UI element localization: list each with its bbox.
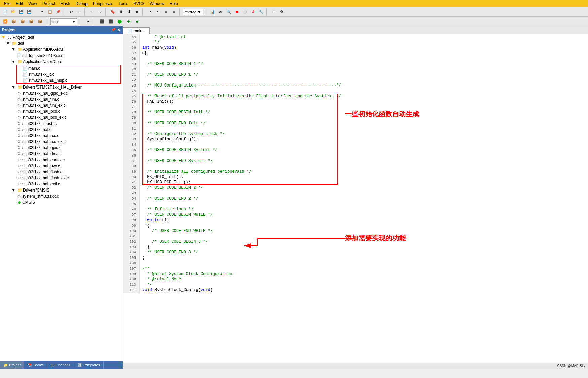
tree-cmsis-label: CMSIS bbox=[22, 200, 35, 205]
editor-tab-mainc[interactable]: 📄 main.c bbox=[123, 27, 150, 34]
code-line-100: /* USER CODE END WHILE */ bbox=[142, 228, 585, 234]
uncomment-button[interactable]: // bbox=[170, 8, 178, 16]
code-line-101 bbox=[142, 234, 585, 239]
redo-button[interactable]: ↪ bbox=[75, 8, 83, 16]
tb2-btn4[interactable]: 📦 bbox=[28, 18, 35, 25]
tab-functions[interactable]: {} Functions bbox=[47, 361, 74, 369]
menu-tools[interactable]: Tools bbox=[116, 1, 131, 7]
tab-books[interactable]: 📚 Books bbox=[24, 361, 47, 369]
tree-cmsis[interactable]: ◆ CMSIS bbox=[0, 199, 123, 205]
tree-rcc-ex[interactable]: ⚙ stm32f1xx_hal_rcc_ex.c bbox=[0, 139, 123, 145]
menu-help[interactable]: Help bbox=[167, 1, 181, 7]
target-dropdown[interactable]: test ▼ bbox=[50, 18, 77, 25]
menu-edit[interactable]: Edit bbox=[13, 1, 26, 7]
tree-startup[interactable]: 📄 startup_stm32f103xe.s bbox=[0, 53, 123, 59]
menu-view[interactable]: View bbox=[26, 1, 40, 7]
tree-usb[interactable]: ⚙ stm32f1xx_ll_usb.c bbox=[0, 121, 123, 127]
tb2-magic-btn[interactable]: ✦ bbox=[84, 18, 92, 25]
new-button[interactable]: 📄 bbox=[1, 8, 9, 16]
tree-mdk-arm[interactable]: ▼ 📁 Application/MDK-ARM bbox=[0, 46, 123, 53]
copy-button[interactable]: 📋 bbox=[46, 8, 54, 16]
tree-cmsis-folder[interactable]: ▼ 📁 Drivers/CMSIS bbox=[0, 187, 123, 193]
tree-pwr[interactable]: ⚙ stm32f1xx_hal_pwr.c bbox=[0, 163, 123, 169]
tree-system[interactable]: ⚙ system_stm32f1xx.c bbox=[0, 193, 123, 199]
watch-button[interactable]: 👁 bbox=[217, 8, 224, 16]
tree-cortex[interactable]: ⚙ stm32f1xx_hal_cortex.c bbox=[0, 157, 123, 163]
tab-templates[interactable]: 🔢 Templates bbox=[74, 361, 104, 369]
indent-button[interactable]: ⇥ bbox=[146, 8, 153, 16]
tree-test[interactable]: ▼ 📁 test bbox=[0, 40, 123, 46]
tb2-btn1[interactable]: 🔼 bbox=[1, 18, 9, 25]
tree-hal[interactable]: ⚙ stm32f1xx_hal.c bbox=[0, 127, 123, 133]
tree-tim-ex[interactable]: ⚙ stm32f1xx_hal_tim_ex.c bbox=[0, 102, 123, 108]
next-bookmark-button[interactable]: ⬇ bbox=[125, 8, 133, 16]
tb2-green2[interactable]: ⬛ bbox=[107, 18, 114, 25]
tree-root[interactable]: ▼ 🗂 Project: test bbox=[0, 34, 123, 40]
menu-window[interactable]: Window bbox=[147, 1, 167, 7]
tab-file-icon: 📄 bbox=[127, 29, 132, 33]
tree-pcd-ex[interactable]: ⚙ stm32f1xx_hal_pcd_ex.c bbox=[0, 114, 123, 121]
tree-it[interactable]: 📄 stm32f1xx_it.c bbox=[17, 71, 120, 77]
tb2-btn2[interactable]: 📦 bbox=[10, 18, 18, 25]
tb2-btn5[interactable]: 📦 bbox=[36, 18, 44, 25]
tab-project[interactable]: 📁 Project bbox=[0, 361, 24, 369]
tree-hal-driver[interactable]: ▼ 📁 Drivers/STM32F1xx_HAL_Driver bbox=[0, 84, 123, 90]
project-panel: Project 📌 ✕ ▼ 🗂 Project: test ▼ 📁 test ▼ bbox=[0, 26, 123, 369]
menu-flash[interactable]: Flash bbox=[58, 1, 73, 7]
menu-debug[interactable]: Debug bbox=[73, 1, 90, 7]
tree-pcd[interactable]: ⚙ stm32f1xx_hal_pcd.c bbox=[0, 108, 123, 114]
cmsis-diamond-icon: ◆ bbox=[16, 200, 22, 205]
settings-button[interactable]: ⚙ bbox=[278, 8, 285, 16]
tree-dma[interactable]: ⚙ stm32f1xx_hal_dma.c bbox=[0, 151, 123, 157]
tb2-green3[interactable]: ⬤ bbox=[116, 18, 123, 25]
save-all-button[interactable]: 💾 bbox=[26, 8, 33, 16]
stop-button[interactable]: ⏹ bbox=[233, 8, 240, 16]
undo-button[interactable]: ↩ bbox=[67, 8, 75, 16]
tb2-green1[interactable]: ⬛ bbox=[98, 18, 106, 25]
tree-flash[interactable]: ⚙ stm32f1xx_hal_flash.c bbox=[0, 169, 123, 175]
unindent-button[interactable]: ⇤ bbox=[154, 8, 162, 16]
paste-button[interactable]: 📌 bbox=[55, 8, 62, 16]
cut-button[interactable]: ✂ bbox=[38, 8, 46, 16]
close-panel-icon[interactable]: ✕ bbox=[117, 28, 120, 32]
menu-peripherals[interactable]: Peripherals bbox=[90, 1, 116, 7]
tool-button[interactable]: 🔧 bbox=[257, 8, 265, 16]
tree-system-label: system_stm32f1xx.c bbox=[22, 194, 59, 199]
tree-msp[interactable]: 📄 stm32f1xx_hal_msp.c bbox=[17, 77, 120, 83]
tb2-green4[interactable]: ◆ bbox=[125, 18, 132, 25]
tree-mainc[interactable]: 📄 main.c bbox=[17, 65, 120, 71]
prev-bookmark-button[interactable]: ⬆ bbox=[117, 8, 125, 16]
pin-icon[interactable]: 📌 bbox=[111, 28, 116, 32]
gpio-ex-icon: ⚙ bbox=[16, 91, 22, 96]
tree-rcc[interactable]: ⚙ stm32f1xx_hal_rcc.c bbox=[0, 133, 123, 139]
comment-button[interactable]: // bbox=[162, 8, 170, 16]
code-lines: * @retval int */ int main(void) ⊟{ /* US… bbox=[140, 34, 588, 293]
nav-back-button[interactable]: ← bbox=[88, 8, 96, 16]
tree-tim[interactable]: ⚙ stm32f1xx_hal_tim.c bbox=[0, 96, 123, 102]
tree-usercore-label: Application/User/Core bbox=[23, 59, 62, 64]
tree-dma-label: stm32f1xx_hal_dma.c bbox=[22, 151, 62, 156]
debug-btn2[interactable]: 🔍 bbox=[225, 8, 232, 16]
register-dropdown[interactable]: tmpreg ▼ bbox=[183, 9, 203, 15]
reset-button[interactable]: ↺ bbox=[249, 8, 256, 16]
menu-svcs[interactable]: SVCS bbox=[131, 1, 147, 7]
tb2-green5[interactable]: ◆ bbox=[133, 18, 141, 25]
tree-usercore[interactable]: ▼ 📁 Application/User/Core bbox=[0, 59, 123, 65]
bookmark-button[interactable]: 🔖 bbox=[109, 8, 116, 16]
layout-button[interactable]: ⊞ bbox=[270, 8, 277, 16]
save-button[interactable]: 💾 bbox=[18, 8, 25, 16]
tree-flash-ex[interactable]: ⚙ stm32f1xx_hal_flash_ex.c bbox=[0, 175, 123, 181]
clear-bookmark-button[interactable]: × bbox=[133, 8, 141, 16]
menu-project[interactable]: Project bbox=[40, 1, 58, 7]
code-line-72 bbox=[142, 77, 585, 83]
code-editor[interactable]: 64 65 66 67 68 69 70 71 72 73 74 75 76 7… bbox=[123, 34, 588, 363]
tree-exti[interactable]: ⚙ stm32f1xx_hal_exti.c bbox=[0, 181, 123, 187]
tree-gpio[interactable]: ⚙ stm32f1xx_hal_gpio.c bbox=[0, 145, 123, 151]
tree-gpio-ex[interactable]: ⚙ stm32f1xx_hal_gpio_ex.c bbox=[0, 90, 123, 96]
menu-file[interactable]: File bbox=[1, 1, 13, 7]
nav-fwd-button[interactable]: → bbox=[96, 8, 104, 16]
inspect-button[interactable]: 📊 bbox=[209, 8, 216, 16]
tb2-btn3[interactable]: 📦 bbox=[19, 18, 26, 25]
run-button[interactable]: ⚪ bbox=[241, 8, 248, 16]
open-button[interactable]: 📂 bbox=[9, 8, 17, 16]
